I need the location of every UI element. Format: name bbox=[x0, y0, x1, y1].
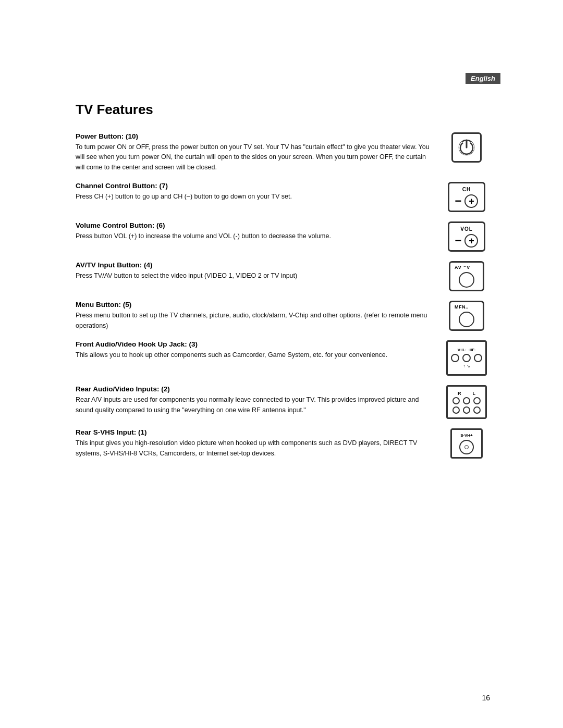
icon-menu: MFN.. bbox=[446, 301, 487, 331]
vol-plus: + bbox=[464, 234, 478, 248]
icon-av: AV ⁻V bbox=[446, 261, 487, 291]
icon-vol: VOL − + bbox=[446, 221, 487, 252]
ch-plus: + bbox=[464, 194, 478, 208]
feature-body-av-tv-input: Press TV/AV button to select the video i… bbox=[76, 271, 435, 281]
rear-av-l: L bbox=[473, 391, 476, 396]
rear-av-rl: R L bbox=[458, 391, 475, 396]
menu-label: MFN.. bbox=[452, 304, 469, 310]
svhs-label: S·VH+ bbox=[460, 433, 472, 438]
feature-row-front-audio-video: Front Audio/Video Hook Up Jack: (3)This … bbox=[76, 340, 487, 376]
feature-title-channel-control: Channel Control Button: (7) bbox=[76, 182, 435, 190]
feature-body-front-audio-video: This allows you to hook up other compone… bbox=[76, 350, 435, 360]
ch-buttons: − + bbox=[455, 194, 479, 208]
rear-av-c2 bbox=[463, 397, 470, 404]
svhs-inner-circle bbox=[464, 445, 469, 449]
rear-av-r: R bbox=[458, 391, 461, 396]
feature-row-channel-control: Channel Control Button: (7)Press CH (+) … bbox=[76, 182, 487, 212]
icon-front-av: V·IL· ·IIF· ↑ ↘ bbox=[446, 340, 487, 376]
feature-title-front-audio-video: Front Audio/Video Hook Up Jack: (3) bbox=[76, 340, 435, 348]
feature-title-volume-control: Volume Control Button: (6) bbox=[76, 221, 435, 229]
feature-title-menu-button: Menu Button: (5) bbox=[76, 301, 435, 309]
rear-av-c6 bbox=[473, 406, 481, 414]
front-av-label-r: ·IIF· bbox=[469, 348, 476, 352]
av-label: AV ⁻V bbox=[452, 265, 470, 270]
feature-title-power-button: Power Button: (10) bbox=[76, 132, 435, 140]
feature-text-power-button: Power Button: (10)To turn power ON or OF… bbox=[76, 132, 446, 172]
feature-text-volume-control: Volume Control Button: (6)Press button V… bbox=[76, 221, 446, 241]
feature-text-rear-audio-video: Rear Audio/Video Inputs: (2)Rear A/V inp… bbox=[76, 385, 446, 415]
feature-text-av-tv-input: AV/TV Input Button: (4)Press TV/AV butto… bbox=[76, 261, 446, 281]
av-button-icon: AV ⁻V bbox=[449, 261, 484, 291]
vol-button-icon: VOL − + bbox=[448, 221, 485, 252]
feature-row-rear-audio-video: Rear Audio/Video Inputs: (2)Rear A/V inp… bbox=[76, 385, 487, 419]
page-container: English TV Features Power Button: (10)To… bbox=[0, 0, 563, 728]
features-container: Power Button: (10)To turn power ON or OF… bbox=[76, 132, 487, 459]
icon-ch: CH − + bbox=[446, 182, 487, 212]
rear-av-row2 bbox=[452, 406, 481, 414]
rear-av-row1 bbox=[452, 397, 481, 404]
feature-row-menu-button: Menu Button: (5)Press menu button to set… bbox=[76, 301, 487, 331]
menu-button-icon: MFN.. bbox=[449, 301, 484, 331]
feature-title-rear-audio-video: Rear Audio/Video Inputs: (2) bbox=[76, 385, 435, 393]
ch-minus: − bbox=[455, 195, 462, 207]
svhs-outer-circle bbox=[459, 440, 474, 454]
icon-rear-av: R L bbox=[446, 385, 487, 419]
front-av-c2 bbox=[462, 354, 471, 362]
rear-av-icon: R L bbox=[446, 385, 487, 419]
feature-body-volume-control: Press button VOL (+) to increase the vol… bbox=[76, 231, 435, 241]
power-button-icon bbox=[451, 132, 482, 163]
main-content: TV Features Power Button: (10)To turn po… bbox=[76, 102, 487, 468]
rear-av-c3 bbox=[473, 397, 481, 404]
feature-text-rear-svhs: Rear S-VHS Input: (1)This input gives yo… bbox=[76, 428, 446, 459]
svhs-icon: S·VH+ bbox=[450, 428, 483, 459]
menu-circle bbox=[459, 312, 474, 327]
feature-row-av-tv-input: AV/TV Input Button: (4)Press TV/AV butto… bbox=[76, 261, 487, 291]
page-number: 16 bbox=[482, 694, 490, 702]
feature-title-av-tv-input: AV/TV Input Button: (4) bbox=[76, 261, 435, 269]
rear-av-c5 bbox=[463, 406, 470, 414]
language-label: English bbox=[466, 73, 500, 84]
icon-power bbox=[446, 132, 487, 163]
feature-body-menu-button: Press menu button to set up the TV chann… bbox=[76, 311, 435, 331]
feature-title-rear-svhs: Rear S-VHS Input: (1) bbox=[76, 428, 435, 436]
page-title: TV Features bbox=[76, 102, 487, 118]
av-circle bbox=[459, 272, 474, 288]
icon-svhs: S·VH+ bbox=[446, 428, 487, 459]
rear-av-c4 bbox=[452, 406, 460, 414]
front-av-labels: V·IL· ·IIF· bbox=[458, 348, 476, 352]
ch-label: CH bbox=[462, 187, 471, 192]
front-av-circles bbox=[451, 354, 482, 362]
feature-row-rear-svhs: Rear S-VHS Input: (1)This input gives yo… bbox=[76, 428, 487, 459]
feature-body-power-button: To turn power ON or OFF, press the power… bbox=[76, 142, 435, 172]
rear-av-c1 bbox=[452, 397, 460, 404]
feature-row-volume-control: Volume Control Button: (6)Press button V… bbox=[76, 221, 487, 252]
vol-label: VOL bbox=[460, 226, 473, 232]
feature-text-menu-button: Menu Button: (5)Press menu button to set… bbox=[76, 301, 446, 331]
front-av-bottom: ↑ ↘ bbox=[463, 364, 470, 368]
front-av-icon: V·IL· ·IIF· ↑ ↘ bbox=[446, 340, 487, 376]
front-av-c3 bbox=[474, 354, 482, 362]
feature-body-rear-svhs: This input gives you high-resolution vid… bbox=[76, 438, 435, 459]
feature-body-rear-audio-video: Rear A/V inputs are used for components … bbox=[76, 395, 435, 415]
vol-minus: − bbox=[455, 235, 462, 246]
feature-row-power-button: Power Button: (10)To turn power ON or OF… bbox=[76, 132, 487, 172]
ch-button-icon: CH − + bbox=[448, 182, 485, 212]
power-svg bbox=[457, 138, 476, 157]
feature-text-front-audio-video: Front Audio/Video Hook Up Jack: (3)This … bbox=[76, 340, 446, 360]
front-av-c1 bbox=[451, 354, 459, 362]
feature-body-channel-control: Press CH (+) button to go up and CH (–) … bbox=[76, 192, 435, 202]
front-av-label-l: V·IL· bbox=[458, 348, 467, 352]
feature-text-channel-control: Channel Control Button: (7)Press CH (+) … bbox=[76, 182, 446, 202]
vol-buttons: − + bbox=[455, 234, 479, 248]
